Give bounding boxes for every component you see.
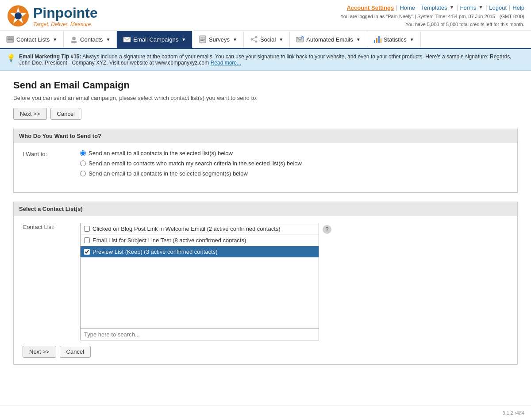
contact-list-search[interactable]	[81, 328, 319, 340]
nav-contacts[interactable]: Contacts ▼	[64, 31, 117, 48]
nav-email-campaigns-label: Email Campaigns	[133, 36, 178, 43]
list-item-1[interactable]: Clicked on Blog Post Link in Welcome Ema…	[81, 223, 319, 235]
svg-rect-23	[381, 38, 381, 43]
contact-list-row: Contact List: Clicked on Blog Post Link …	[23, 223, 508, 340]
templates-link[interactable]: Templates	[421, 4, 447, 11]
svg-point-7	[71, 41, 77, 43]
account-settings-link[interactable]: Account Settings	[346, 4, 394, 11]
list-icon	[6, 35, 14, 43]
radio-option-2[interactable]: Send an email to contacts who match my s…	[80, 160, 508, 167]
nav-statistics[interactable]: Statistics ▼	[367, 31, 421, 48]
list-item-3[interactable]: Preview List (Keep) (3 active confirmed …	[81, 246, 319, 258]
list-item-3-label: Preview List (Keep) (3 active confirmed …	[92, 248, 218, 255]
nav-automated-emails-caret: ▼	[356, 37, 361, 42]
contact-list-wrapper: Clicked on Blog Post Link in Welcome Ema…	[80, 223, 508, 340]
top-right: Account Settings | Home | Templates ▼ | …	[340, 4, 524, 28]
nav-statistics-label: Statistics	[384, 36, 407, 43]
i-want-to-row: I Want to: Send an email to all contacts…	[23, 150, 508, 180]
svg-rect-10	[200, 38, 205, 38]
nav-social-caret: ▼	[279, 37, 283, 42]
header: Pinpointe Target. Deliver. Measure. Acco…	[0, 0, 531, 31]
svg-rect-21	[376, 38, 377, 43]
page-description: Before you can send an email campaign, p…	[13, 95, 518, 101]
logo-tagline: Target. Deliver. Measure.	[33, 21, 98, 27]
nav-social-label: Social	[260, 36, 276, 43]
contact-list-content: Clicked on Blog Post Link in Welcome Ema…	[80, 223, 508, 340]
logo: Pinpointe Target. Deliver. Measure.	[7, 4, 98, 27]
help-link[interactable]: Help	[512, 4, 524, 11]
svg-point-13	[255, 36, 257, 38]
radio-options: Send an email to all contacts in the sel…	[80, 150, 508, 180]
main-content: Send an Email Campaign Before you can se…	[0, 71, 531, 382]
email-icon	[123, 35, 131, 43]
radio-option-3[interactable]: Send an email to all contacts in the sel…	[80, 170, 508, 177]
version-label: 3.1.2 r484	[502, 410, 524, 416]
radio-input-3[interactable]	[80, 171, 86, 176]
contacts-icon	[70, 35, 78, 43]
logo-area: Pinpointe Target. Deliver. Measure.	[7, 4, 98, 27]
radio-option-1[interactable]: Send an email to all contacts in the sel…	[80, 150, 508, 157]
nav-surveys-caret: ▼	[233, 37, 237, 42]
svg-rect-22	[378, 36, 380, 43]
user-info: You are logged in as "Pam Neely" | Syste…	[340, 13, 524, 28]
bottom-next-button[interactable]: Next >>	[23, 346, 56, 358]
svg-rect-20	[374, 40, 375, 43]
svg-rect-4	[8, 38, 13, 38]
bottom-cancel-button[interactable]: Cancel	[60, 346, 91, 358]
svg-line-16	[253, 38, 255, 39]
nav-statistics-caret: ▼	[410, 37, 414, 42]
page-title: Send an Email Campaign	[13, 80, 518, 91]
help-button[interactable]: ?	[323, 225, 331, 234]
tip-body: Always include a signature at the bottom…	[19, 53, 512, 66]
list-item-1-label: Clicked on Blog Post Link in Welcome Ema…	[92, 225, 281, 232]
top-nav: Account Settings | Home | Templates ▼ | …	[340, 4, 524, 11]
logout-link[interactable]: Logout	[489, 4, 507, 11]
list-checkbox-3[interactable]	[84, 249, 90, 255]
who-section-header: Who Do You Want to Send to?	[14, 129, 517, 143]
list-empty-space	[81, 258, 319, 328]
top-buttons: Next >> Cancel	[13, 108, 518, 120]
contact-list-box: Clicked on Blog Post Link in Welcome Ema…	[80, 223, 319, 340]
tip-bold: Email Marketing Tip #15:	[19, 53, 81, 60]
bottom-buttons: Next >> Cancel	[23, 346, 508, 358]
svg-point-14	[250, 38, 253, 41]
nav-email-campaigns-caret: ▼	[181, 37, 186, 42]
list-checkbox-2[interactable]	[84, 237, 90, 243]
nav-social[interactable]: Social ▼	[244, 31, 290, 48]
tip-icon: 💡	[7, 53, 15, 62]
nav-automated-emails-label: Automated Emails	[306, 36, 353, 43]
radio-input-2[interactable]	[80, 160, 86, 166]
surveys-icon	[199, 35, 207, 43]
i-want-to-label: I Want to:	[23, 150, 80, 157]
nav-surveys[interactable]: Surveys ▼	[192, 31, 244, 48]
list-item-2[interactable]: Email List for Subject Line Test (8 acti…	[81, 235, 319, 246]
nav-contact-lists[interactable]: Contact Lists ▼	[0, 31, 64, 48]
nav-bar: Contact Lists ▼ Contacts ▼ Email Campaig…	[0, 31, 531, 49]
footer: 3.1.2 r484	[0, 405, 531, 420]
social-icon	[250, 35, 258, 43]
top-cancel-button[interactable]: Cancel	[50, 108, 81, 120]
list-checkbox-1[interactable]	[84, 226, 90, 232]
radio-label-3: Send an email to all contacts in the sel…	[88, 170, 248, 177]
who-section: Who Do You Want to Send to? I Want to: S…	[13, 129, 518, 193]
nav-automated-emails[interactable]: Automated Emails ▼	[290, 31, 367, 48]
radio-input-1[interactable]	[80, 150, 86, 156]
nav-email-campaigns[interactable]: Email Campaigns ▼	[117, 31, 192, 48]
svg-line-17	[253, 40, 255, 41]
nav-contact-lists-caret: ▼	[53, 37, 57, 42]
forms-link[interactable]: Forms	[460, 4, 477, 11]
tip-read-more[interactable]: Read more...	[211, 60, 241, 66]
tip-box: 💡 Email Marketing Tip #15: Always includ…	[0, 49, 531, 71]
logo-name: Pinpointe	[33, 5, 98, 21]
top-next-button[interactable]: Next >>	[13, 108, 47, 120]
radio-label-2: Send an email to contacts who match my s…	[88, 160, 302, 167]
contact-list-label: Contact List:	[23, 223, 80, 230]
contact-list-section: Select a Contact List(s) Contact List: C…	[13, 202, 518, 365]
nav-contacts-caret: ▼	[106, 37, 110, 42]
contact-list-section-header: Select a Contact List(s)	[14, 202, 517, 216]
home-link[interactable]: Home	[400, 4, 415, 11]
svg-rect-11	[200, 39, 205, 40]
logo-icon	[7, 4, 30, 27]
automated-icon	[296, 35, 304, 43]
list-item-2-label: Email List for Subject Line Test (8 acti…	[92, 237, 246, 244]
